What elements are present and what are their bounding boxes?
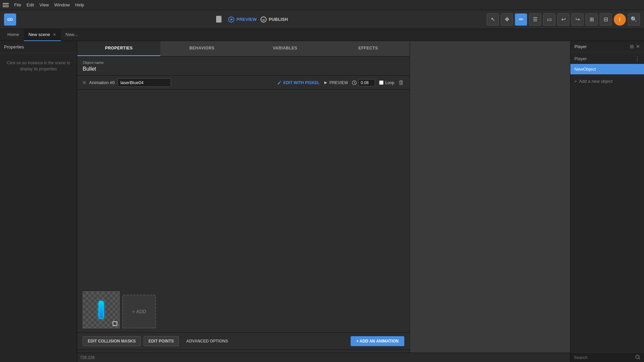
toolbar-right: ↖ ✥ ✏ ☰ ▭ ↩ ↪ ⊞ ⊟ ! 🔍 <box>487 13 640 26</box>
frame-select-box <box>113 321 117 326</box>
dialog-tab-properties[interactable]: PROPERTIES <box>77 41 160 56</box>
object-dialog: PROPERTIES BEHAVIORS VARIABLES EFFECTS O… <box>77 41 410 362</box>
grid-large-tool[interactable]: ⊟ <box>600 13 612 26</box>
center-area: PROPERTIES BEHAVIORS VARIABLES EFFECTS O… <box>77 41 570 362</box>
object-name-label: Object name <box>83 61 404 65</box>
add-icon: + <box>574 79 577 84</box>
undo-button[interactable]: ↩ <box>557 13 569 26</box>
add-animation-button[interactable]: + ADD AN ANIMATION <box>351 336 404 346</box>
dialog-tabs: PROPERTIES BEHAVIORS VARIABLES EFFECTS <box>77 41 410 57</box>
svg-marker-2 <box>231 18 233 21</box>
svg-point-11 <box>636 355 639 359</box>
add-object-label: Add a new object <box>579 79 613 84</box>
object-name-section: Object name Bullet <box>77 57 410 76</box>
svg-text:W: W <box>263 19 265 22</box>
laser-sprite <box>99 301 104 319</box>
object-name-value[interactable]: Bullet <box>83 66 404 72</box>
menu-file[interactable]: File <box>14 2 21 7</box>
tabs-row: Home New scene ✕ New... <box>0 29 644 41</box>
add-frame-button[interactable]: + ADD <box>122 295 156 328</box>
menu-view[interactable]: View <box>39 2 49 7</box>
menu-help[interactable]: Help <box>75 2 84 7</box>
object-item-newobject-menu[interactable]: ⋮ <box>635 66 640 72</box>
menu-window[interactable]: Window <box>54 2 70 7</box>
object-item-newobject[interactable]: NewObject ⋮ <box>570 64 644 74</box>
publish-button[interactable]: W PUBLISH <box>260 16 288 23</box>
top-toolbar: GD PREVIEW W PUBLISH ↖ ✥ ✏ ☰ ▭ ↩ ↪ ⊞ ⊟ !… <box>0 10 644 29</box>
right-panel-actions: ⊞ ✕ <box>630 44 640 49</box>
close-tab-icon[interactable]: ✕ <box>53 32 56 37</box>
coords-display: 726,228 <box>80 355 94 360</box>
redo-button[interactable]: ↪ <box>571 13 583 26</box>
sprite-strip: + ADD <box>77 90 410 332</box>
dialog-tab-variables[interactable]: VARIABLES <box>244 41 327 56</box>
preview-button[interactable]: PREVIEW <box>228 16 256 23</box>
animation-controls: EDIT WITH PISKEL PREVIEW Loop 🗑 <box>277 79 404 86</box>
add-object-button[interactable]: + Add a new object <box>570 76 644 86</box>
right-panel-header: Player ⊞ ✕ <box>570 41 644 52</box>
user-avatar[interactable]: ! <box>614 13 626 26</box>
toolbar-left: GD <box>4 13 16 26</box>
hamburger-icon[interactable] <box>3 3 9 7</box>
edit-collision-masks-button[interactable]: EDIT COLLISION MASKS <box>83 336 141 346</box>
menu-edit[interactable]: Edit <box>27 2 34 7</box>
dialog-tab-effects[interactable]: EFFECTS <box>327 41 410 56</box>
object-item-player-label: Player <box>574 56 635 61</box>
edit-points-button[interactable]: EDIT POINTS <box>144 336 179 346</box>
loop-group: Loop <box>379 80 394 85</box>
app-logo: GD <box>4 13 16 26</box>
right-panel: Player ⊞ ✕ Player ⋮ NewObject ⋮ + Add a … <box>570 41 644 362</box>
frame-tool[interactable]: ▭ <box>543 13 555 26</box>
svg-marker-5 <box>324 81 327 84</box>
object-list: Player ⋮ NewObject ⋮ <box>570 52 644 76</box>
menu-bar: File Edit View Window Help <box>0 0 644 10</box>
animation-name-input[interactable] <box>117 78 171 87</box>
left-panel-hint: Click on an instance in the scene to dis… <box>0 53 77 79</box>
svg-line-12 <box>639 358 640 360</box>
pan-tool[interactable]: ✥ <box>501 13 513 26</box>
delete-animation-button[interactable]: 🗑 <box>398 79 404 86</box>
left-panel: Properties Click on an instance in the s… <box>0 41 77 362</box>
animation-row: ≡ Animation #0 EDIT WITH PISKEL PREVIEW <box>77 76 410 90</box>
grid-small-tool[interactable]: ⊞ <box>586 13 598 26</box>
toolbar-center: PREVIEW W PUBLISH <box>215 15 288 24</box>
add-label: ADD <box>136 309 146 314</box>
tab-new-scene[interactable]: New scene ✕ <box>24 29 61 41</box>
cursor-tool[interactable]: ↖ <box>487 13 499 26</box>
animation-label: Animation #0 <box>89 80 115 85</box>
object-item-player[interactable]: Player ⋮ <box>570 53 644 64</box>
panel-close-icon[interactable]: ✕ <box>636 44 640 49</box>
search-icon <box>635 355 641 360</box>
panel-filter-icon[interactable]: ⊞ <box>630 44 634 49</box>
object-item-newobject-label: NewObject <box>574 67 635 72</box>
dialog-tab-behaviors[interactable]: BEHAVIORS <box>160 41 243 56</box>
list-tool[interactable]: ☰ <box>529 13 541 26</box>
edit-tool[interactable]: ✏ <box>515 13 527 26</box>
speed-input-group <box>352 79 375 86</box>
loop-label: Loop <box>385 80 394 85</box>
sprite-frame[interactable] <box>83 291 120 328</box>
tab-home[interactable]: Home <box>3 29 24 41</box>
edit-piskel-button[interactable]: EDIT WITH PISKEL <box>277 80 320 85</box>
dialog-bottom: EDIT COLLISION MASKS EDIT POINTS ADVANCE… <box>77 332 410 350</box>
search-tool[interactable]: 🔍 <box>628 13 640 26</box>
preview-animation-button[interactable]: PREVIEW <box>324 80 348 85</box>
tab-new[interactable]: New... <box>61 29 82 41</box>
object-item-player-menu[interactable]: ⋮ <box>635 56 640 62</box>
left-panel-title: Properties <box>0 41 77 53</box>
search-bar <box>570 352 644 362</box>
drag-handle-icon[interactable]: ≡ <box>83 80 86 86</box>
speed-input[interactable] <box>358 79 375 86</box>
loop-checkbox[interactable] <box>379 80 384 85</box>
right-panel-title: Player <box>574 44 587 49</box>
plus-icon: + <box>132 309 135 314</box>
advanced-options-button[interactable]: ADVANCED OPTIONS <box>182 336 233 346</box>
search-input[interactable] <box>574 355 633 360</box>
status-bar: 726,228 <box>77 353 570 362</box>
main-layout: Properties Click on an instance in the s… <box>0 41 644 362</box>
scene-file-icon <box>215 15 224 24</box>
